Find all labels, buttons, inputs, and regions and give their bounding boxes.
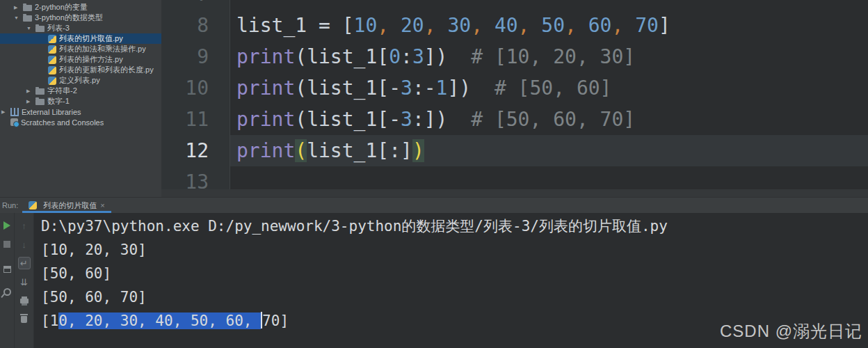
stop-icon[interactable]: [1, 238, 13, 251]
print-icon[interactable]: [18, 294, 31, 307]
run-label: Run:: [0, 201, 22, 209]
library-icon: [10, 108, 19, 116]
sidebar-item[interactable]: ▶字符串-2: [0, 86, 161, 96]
sidebar-item[interactable]: 列表的加法和乘法操作.py: [0, 44, 161, 54]
sidebar-item-label: 3-python的数据类型: [35, 13, 103, 23]
watermark: CSDN @溺光日记: [720, 320, 862, 342]
code-text: [230, 0, 868, 10]
console-toolbar: ↑ ↓ ↵ ⇊: [15, 213, 34, 348]
chevron-right-icon[interactable]: ▶: [14, 5, 23, 10]
code-text: print(list_1[-3:-1]) # [50, 60]: [230, 72, 868, 104]
main-area: ▶2-python的变量▼3-python的数据类型▼列表-3列表的切片取值.p…: [0, 0, 868, 197]
sidebar-item-label: 列表的加法和乘法操作.py: [59, 44, 146, 54]
run-tab-title: 列表的切片取值: [43, 200, 97, 211]
code-line: 8list_1 = [10, 20, 30, 40, 50, 60, 70]: [161, 10, 868, 41]
line-number: 7: [161, 0, 230, 10]
sidebar-item[interactable]: 列表的操作方法.py: [0, 54, 161, 65]
selected-text: 0, 20, 30, 40, 50, 60,: [58, 313, 261, 329]
python-file-icon: [48, 45, 56, 54]
scroll-to-end-icon[interactable]: ⇊: [18, 276, 31, 288]
close-icon[interactable]: ×: [100, 202, 104, 209]
down-arrow-icon[interactable]: ↓: [18, 238, 31, 251]
sidebar-item-label: 列表的操作方法.py: [59, 54, 123, 65]
line-number: 9: [161, 41, 230, 72]
python-file-icon: [48, 56, 56, 64]
scratches-icon: [10, 118, 18, 126]
console-line: [50, 60, 70]: [41, 285, 868, 309]
python-file-icon: [48, 77, 56, 85]
rerun-icon[interactable]: [1, 219, 13, 232]
run-tab[interactable]: 列表的切片取值 ×: [22, 198, 111, 213]
chevron-right-icon[interactable]: ▶: [26, 88, 35, 94]
code-text: print(list_1[:]): [230, 135, 868, 166]
python-file-icon: [48, 66, 56, 74]
line-number: 10: [161, 72, 230, 104]
code-line: 10print(list_1[-3:-1]) # [50, 60]: [161, 72, 868, 104]
sidebar-item-label: Scratches and Consoles: [21, 118, 104, 127]
console-line: [10, 20, 30]: [41, 238, 868, 262]
folder-icon: [23, 5, 32, 11]
sidebar-item[interactable]: ▼3-python的数据类型: [0, 13, 161, 23]
sidebar-item[interactable]: ▶2-python的变量: [0, 2, 161, 13]
run-toolbar-left: [0, 213, 15, 348]
folder-icon: [35, 99, 45, 105]
restore-layout-icon[interactable]: [1, 263, 13, 276]
sidebar-item-label: 列表的切片取值.py: [59, 33, 123, 44]
sidebar-item-label: 列表的更新和列表的长度.py: [59, 65, 154, 75]
chevron-down-icon[interactable]: ▼: [26, 26, 35, 31]
line-number: 8: [161, 10, 230, 41]
code-text: print(list_1[-3:]) # [50, 60, 70]: [230, 104, 868, 135]
project-tree[interactable]: ▶2-python的变量▼3-python的数据类型▼列表-3列表的切片取值.p…: [0, 0, 161, 197]
folder-icon: [35, 88, 45, 95]
python-file-icon: [48, 35, 56, 43]
code-text: print(list_1[0:3]) # [10, 20, 30]: [230, 41, 868, 72]
code-line: 11print(list_1[-3:]) # [50, 60, 70]: [161, 104, 868, 135]
sidebar-item[interactable]: 列表的更新和列表的长度.py: [0, 65, 161, 75]
code-line: 7: [161, 0, 868, 10]
sidebar-item[interactable]: 定义列表.py: [0, 75, 161, 86]
code-line: 9print(list_1[0:3]) # [10, 20, 30]: [161, 41, 868, 72]
code-line: 12print(list_1[:]): [161, 135, 868, 166]
sidebar-item-label: 字符串-2: [47, 86, 77, 96]
console-line: D:\py37\python.exe D:/py_newwork/3-pytho…: [41, 214, 868, 238]
python-file-icon: [29, 201, 37, 209]
sidebar-item[interactable]: Scratches and Consoles: [0, 117, 161, 127]
code-editor[interactable]: 78list_1 = [10, 20, 30, 40, 50, 60, 70]9…: [161, 0, 868, 197]
sidebar-item-label: 定义列表.py: [59, 75, 100, 86]
soft-wrap-icon[interactable]: ↵: [18, 257, 31, 269]
pycharm-window: ▶2-python的变量▼3-python的数据类型▼列表-3列表的切片取值.p…: [0, 0, 868, 348]
sidebar-item-label: 列表-3: [47, 23, 70, 33]
sidebar-item[interactable]: ▼列表-3: [0, 23, 161, 33]
line-number: 11: [161, 104, 230, 135]
chevron-right-icon[interactable]: ▶: [1, 109, 10, 115]
pin-icon[interactable]: [1, 285, 13, 298]
console-line: [50, 60]: [41, 262, 868, 285]
code-text: list_1 = [10, 20, 30, 40, 50, 60, 70]: [230, 10, 868, 41]
up-arrow-icon[interactable]: ↑: [18, 219, 31, 232]
clear-icon[interactable]: [18, 313, 31, 326]
sidebar-item[interactable]: 列表的切片取值.py: [0, 33, 161, 44]
chevron-down-icon[interactable]: ▼: [14, 15, 23, 20]
run-tab-bar: Run: 列表的切片取值 ×: [0, 197, 868, 213]
sidebar-item-label: 数字-1: [47, 96, 70, 106]
sidebar-item-label: External Libraries: [22, 108, 81, 116]
sidebar-item[interactable]: ▶External Libraries: [0, 106, 161, 117]
sidebar-item[interactable]: ▶数字-1: [0, 96, 161, 106]
line-number: 12: [161, 135, 230, 166]
sidebar-item-label: 2-python的变量: [35, 2, 88, 13]
folder-icon: [23, 15, 32, 22]
folder-icon: [35, 26, 45, 32]
chevron-right-icon[interactable]: ▶: [26, 99, 35, 104]
editor-scroll-track: [161, 189, 868, 197]
